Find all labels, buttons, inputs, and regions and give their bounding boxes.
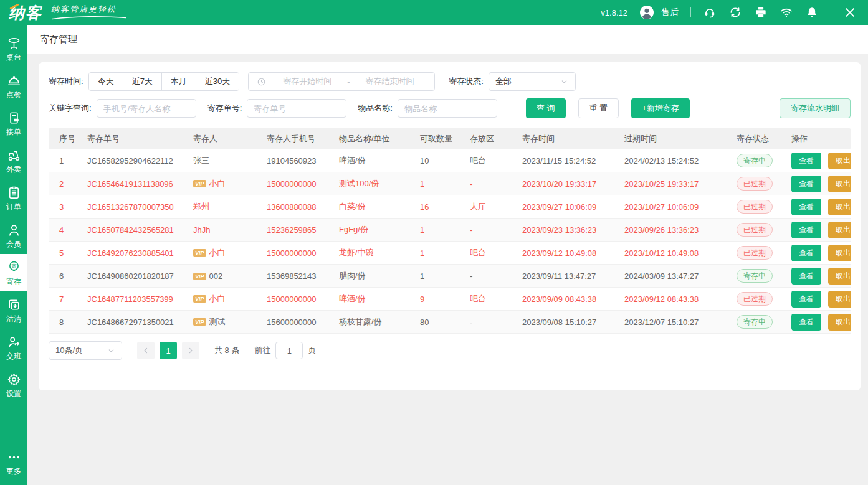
column-header: 存放区 (464, 133, 516, 144)
sidebar-item-more[interactable]: 更多 (0, 444, 27, 481)
date-range-picker[interactable]: 寄存开始时间 - 寄存结束时间 (248, 72, 435, 91)
close-icon[interactable] (843, 6, 857, 19)
cell-status: 已过期 (730, 223, 785, 237)
cell-actions: 查看取出 (785, 199, 851, 215)
quick-range-button-3[interactable]: 近30天 (196, 73, 239, 90)
takeout-button[interactable]: 取出 (828, 153, 851, 169)
quick-range-button-2[interactable]: 本月 (162, 73, 196, 90)
search-button[interactable]: 查 询 (526, 98, 566, 118)
item-name-label: 物品名称: (358, 103, 393, 114)
cell-area: 大厅 (464, 201, 516, 212)
takeout-button[interactable]: 取出 (828, 199, 851, 215)
page-title: 寄存管理 (40, 34, 77, 45)
table-header-row: 序号寄存单号寄存人寄存人手机号物品名称/单位可取数量存放区寄存时间过期时间寄存状… (49, 128, 851, 149)
order-no-input[interactable] (247, 99, 346, 118)
cell-order: JC16582952904622112 (81, 156, 187, 166)
takeout-button[interactable]: 取出 (828, 291, 851, 308)
view-button[interactable]: 查看 (791, 176, 821, 192)
sidebar-item-shift[interactable]: 交班 (0, 329, 27, 366)
goto-page-input[interactable] (275, 342, 303, 359)
add-deposit-button[interactable]: +新增寄存 (631, 98, 690, 118)
depositor-name: 002 (209, 271, 223, 281)
next-page-button[interactable] (182, 342, 199, 359)
sidebar-item-label: 点餐 (6, 90, 21, 99)
user-avatar[interactable] (639, 5, 654, 20)
sidebar-item-ordering[interactable]: 点餐 (0, 67, 27, 105)
page-number-button[interactable]: 1 (160, 342, 177, 359)
chevron-down-icon (107, 346, 115, 355)
chevron-down-icon (560, 77, 569, 86)
takeout-button[interactable]: 取出 (828, 268, 851, 285)
deposit-flow-detail-button[interactable]: 寄存流水明细 (780, 98, 851, 118)
cell-no: 6 (49, 271, 81, 281)
sidebar-item-members[interactable]: 会员 (0, 217, 27, 254)
cell-status: 已过期 (730, 200, 785, 214)
sidebar-item-tables[interactable]: 桌台 (0, 30, 27, 67)
vip-badge: VIP (193, 295, 206, 303)
printer-icon[interactable] (754, 6, 768, 19)
view-button[interactable]: 查看 (791, 153, 821, 169)
sidebar-item-takeout[interactable]: 外卖 (0, 142, 27, 179)
cell-expire: 2023/12/07 15:10:27 (618, 318, 730, 327)
reset-button[interactable]: 重 置 (578, 98, 619, 118)
cell-item: 啤酒/份 (333, 293, 414, 304)
view-button[interactable]: 查看 (791, 268, 821, 285)
view-button[interactable]: 查看 (791, 222, 821, 238)
app-slogan: 纳客管店更轻松 (51, 4, 127, 20)
status-badge: 已过期 (737, 246, 773, 260)
wifi-icon[interactable] (780, 6, 793, 19)
cell-status: 已过期 (730, 292, 785, 306)
cloche-icon (6, 73, 21, 88)
takeout-button[interactable]: 取出 (828, 314, 851, 331)
column-header: 序号 (49, 133, 81, 144)
view-button[interactable]: 查看 (791, 314, 821, 331)
total-count-label: 共 8 条 (214, 345, 239, 356)
view-button[interactable]: 查看 (791, 245, 821, 261)
cell-name: 郑州 (187, 201, 260, 212)
takeout-button[interactable]: 取出 (828, 176, 851, 192)
sidebar-item-settings[interactable]: 设置 (0, 366, 27, 403)
quick-range-group: 今天近7天本月近30天 (88, 72, 240, 91)
cloud-sync-icon[interactable] (728, 6, 742, 19)
sidebar-item-sellout[interactable]: 沽清 (0, 291, 27, 329)
item-name-input[interactable] (398, 99, 497, 118)
cell-area: - (464, 271, 516, 281)
page-size-select[interactable]: 10条/页 (49, 341, 122, 360)
depositor-name: 张三 (193, 156, 209, 165)
sidebar-item-deposit[interactable]: 寄寄存 (0, 254, 27, 291)
status-badge: 寄存中 (737, 315, 773, 329)
notification-icon[interactable] (805, 6, 819, 19)
customer-service-icon[interactable] (703, 6, 717, 19)
cell-qty: 16 (414, 202, 464, 212)
cell-item: 杨枝甘露/份 (333, 316, 414, 327)
page-size-value: 10条/页 (55, 345, 83, 356)
table-row: 7JC16487711203557399VIP小白15000000000啤酒/份… (49, 288, 851, 311)
view-button[interactable]: 查看 (791, 199, 821, 215)
cell-name: VIP测试 (187, 316, 260, 327)
status-select[interactable]: 全部 (489, 72, 576, 91)
sidebar-item-label: 接单 (6, 128, 21, 136)
cell-start: 2023/09/12 10:49:08 (516, 248, 618, 258)
cell-qty: 10 (414, 156, 464, 166)
quick-range-button-1[interactable]: 近7天 (123, 73, 162, 90)
keyword-input[interactable] (97, 99, 196, 118)
quick-range-button-0[interactable]: 今天 (89, 73, 123, 90)
pagination: 10条/页 1 共 8 条 前往 页 (49, 341, 851, 360)
cell-expire: 2023/10/12 10:49:08 (618, 248, 730, 258)
cell-no: 5 (49, 248, 81, 258)
cell-expire: 2023/09/26 13:36:23 (618, 225, 730, 235)
sidebar-item-orders[interactable]: 订单 (0, 179, 27, 217)
order-no-label: 寄存单号: (207, 103, 242, 114)
cell-item: 测试100/份 (333, 178, 414, 189)
clock-icon (256, 77, 266, 87)
cell-item: FgFg/份 (333, 224, 414, 235)
vip-badge: VIP (193, 249, 206, 257)
takeout-button[interactable]: 取出 (828, 245, 851, 261)
sidebar-item-receive-order[interactable]: 接单 (0, 105, 27, 142)
column-header: 寄存状态 (730, 133, 785, 144)
takeout-button[interactable]: 取出 (828, 222, 851, 238)
user-name[interactable]: 售后 (661, 7, 679, 18)
prev-page-button[interactable] (137, 342, 155, 359)
view-button[interactable]: 查看 (791, 291, 821, 308)
cell-status: 寄存中 (730, 315, 785, 329)
